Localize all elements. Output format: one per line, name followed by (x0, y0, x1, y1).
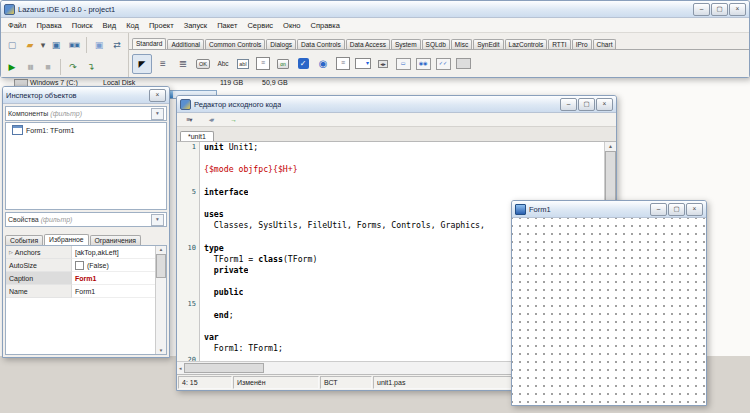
scroll-down-icon[interactable]: ▼ (159, 347, 163, 354)
open-dropdown-icon[interactable]: ▾ (39, 36, 47, 54)
open-file-icon[interactable]: ▰ (21, 36, 39, 54)
tgroupbox-icon[interactable]: ▭ (394, 55, 412, 73)
tmemo-icon[interactable]: ≡ (254, 55, 272, 73)
menu-item-0[interactable]: Файл (3, 21, 31, 30)
palette-tab-10[interactable]: LazControls (505, 39, 548, 49)
palette-tab-2[interactable]: Common Controls (205, 39, 265, 49)
code-line[interactable]: 5interface (177, 187, 605, 198)
menu-item-9[interactable]: Окно (278, 21, 305, 30)
menu-item-3[interactable]: Вид (98, 21, 122, 30)
run-icon[interactable]: ▶ (3, 58, 21, 76)
palette-tab-12[interactable]: IPro (572, 39, 592, 49)
line-number[interactable] (177, 153, 200, 164)
palette-tab-7[interactable]: SQLdb (422, 39, 450, 49)
scroll-up-icon[interactable]: ▲ (159, 246, 163, 253)
palette-tab-8[interactable]: Misc (451, 39, 472, 49)
checkbox-icon[interactable] (75, 261, 84, 270)
filter-icon[interactable]: ▾ (151, 214, 164, 226)
grid-scrollbar[interactable]: ▲ ▼ (155, 246, 166, 354)
line-number[interactable] (177, 310, 200, 321)
property-row-name[interactable]: Name Form1 (6, 285, 156, 298)
pause-icon[interactable]: ▮▮ (21, 58, 39, 76)
maximize-button[interactable]: ▢ (578, 98, 595, 111)
line-number[interactable] (177, 287, 200, 298)
property-value[interactable]: [akTop,akLeft] (72, 246, 156, 259)
menu-item-2[interactable]: Поиск (67, 21, 98, 30)
line-number[interactable] (177, 276, 200, 287)
maximize-button[interactable]: ▢ (668, 203, 685, 216)
palette-tab-13[interactable]: Chart (593, 39, 617, 49)
menu-item-10[interactable]: Справка (306, 21, 345, 30)
tcombobox-icon[interactable]: ▾ (354, 55, 372, 73)
line-number[interactable]: 10 (177, 243, 200, 254)
properties-filter-input[interactable]: Свойства (фильтр) ▾ (5, 212, 167, 227)
line-number[interactable] (177, 209, 200, 220)
minimize-button[interactable]: – (650, 203, 667, 216)
tedit-icon[interactable]: abI (234, 55, 252, 73)
form-title-bar[interactable]: Form1 – ▢ × (512, 201, 706, 218)
line-number[interactable]: 15 (177, 299, 200, 310)
tradiogroup-icon[interactable]: ◉◉ (414, 55, 432, 73)
tpanel-icon[interactable] (454, 55, 472, 73)
line-number[interactable] (177, 321, 200, 332)
scroll-up-icon[interactable]: ▲ (608, 142, 613, 150)
line-number[interactable] (177, 198, 200, 209)
save-all-icon[interactable]: ▣▣ (65, 36, 83, 54)
components-filter-input[interactable]: Компоненты (фильтр) ▾ (5, 106, 167, 121)
palette-tab-0[interactable]: Standard (132, 38, 166, 49)
menu-item-4[interactable]: Код (121, 21, 144, 30)
minimize-button[interactable]: – (693, 3, 710, 16)
property-value[interactable]: Form1 (72, 285, 156, 298)
toggle-form-unit-icon[interactable]: ⇄ (108, 36, 126, 54)
menu-item-5[interactable]: Проект (144, 21, 179, 30)
tab-unit1[interactable]: *unit1 (180, 131, 214, 141)
line-number[interactable]: 5 (177, 187, 200, 198)
tab-restricted[interactable]: Ограничения (90, 235, 141, 245)
step-into-icon[interactable]: ↴ (82, 58, 100, 76)
code-line[interactable]: 1unit Unit1; (177, 142, 605, 153)
menu-item-1[interactable]: Правка (31, 21, 66, 30)
line-number[interactable] (177, 265, 200, 276)
palette-tab-5[interactable]: Data Access (346, 39, 390, 49)
property-row-autosize[interactable]: AutoSize (False) (6, 259, 156, 272)
new-unit-icon[interactable]: ▢ (3, 36, 21, 54)
palette-tab-9[interactable]: SynEdit (473, 39, 503, 49)
code-line[interactable] (177, 176, 605, 187)
palette-tab-4[interactable]: Data Controls (297, 39, 345, 49)
line-number[interactable]: 1 (177, 142, 200, 153)
tradiobutton-icon[interactable]: ◉ (314, 55, 332, 73)
step-over-icon[interactable]: ↷ (64, 58, 82, 76)
tab-favorites[interactable]: Избранное (44, 234, 88, 245)
close-button[interactable]: × (686, 203, 703, 216)
menu-item-7[interactable]: Пакет (212, 21, 242, 30)
scrollbar-thumb[interactable] (156, 254, 166, 278)
tcheckbox-icon[interactable]: ✓ (294, 55, 312, 73)
filter-icon[interactable]: ▾ (151, 108, 164, 120)
palette-tab-1[interactable]: Additional (167, 39, 204, 49)
palette-tab-11[interactable]: RTTI (548, 39, 570, 49)
line-number[interactable] (177, 332, 200, 343)
object-inspector-title-bar[interactable]: Инспектор объектов × (3, 87, 169, 104)
code-line[interactable]: {$mode objfpc}{$H+} (177, 164, 605, 175)
tmainmenu-icon[interactable]: ≡ (154, 55, 172, 73)
line-number[interactable] (177, 254, 200, 265)
line-number[interactable] (177, 343, 200, 354)
line-number[interactable] (177, 232, 200, 243)
save-icon[interactable]: ▣ (47, 36, 65, 54)
tlabel-icon[interactable]: Abc (214, 55, 232, 73)
scrollbar-thumb[interactable] (184, 363, 264, 373)
jump-forward-icon[interactable]: → (224, 111, 242, 129)
palette-tab-6[interactable]: System (391, 39, 421, 49)
close-icon[interactable]: × (149, 89, 166, 102)
expand-icon[interactable]: ▷ (9, 246, 13, 259)
menu-item-6[interactable]: Запуск (179, 21, 212, 30)
menu-item-8[interactable]: Сервис (242, 21, 278, 30)
line-number[interactable]: 20 (177, 355, 200, 361)
select-tool-icon[interactable]: ◤ (132, 54, 152, 74)
line-number[interactable] (177, 176, 200, 187)
jump-back-icon[interactable]: ◂▾ (202, 111, 220, 129)
main-title-bar[interactable]: Lazarus IDE v1.8.0 - project1 – ▢ × (1, 1, 749, 18)
maximize-button[interactable]: ▢ (711, 3, 728, 16)
minimize-button[interactable]: – (560, 98, 577, 111)
tbutton-icon[interactable]: OK (194, 55, 212, 73)
